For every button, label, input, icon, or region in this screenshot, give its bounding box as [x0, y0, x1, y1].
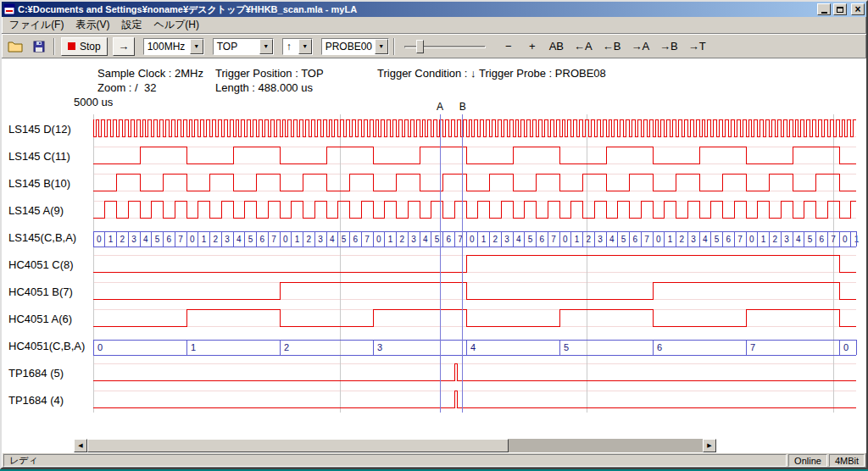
close-button[interactable]: × — [851, 3, 865, 15]
wave-hc4051-b-7 — [93, 282, 856, 299]
trigger-probe-select[interactable]: PROBE00 ▼ — [321, 38, 389, 55]
svg-text:6: 6 — [726, 235, 732, 244]
svg-text:1: 1 — [295, 235, 300, 244]
run-arrow-icon: → — [118, 40, 129, 53]
svg-text:5: 5 — [528, 235, 533, 244]
menu-file[interactable]: ファイル(F) — [3, 16, 70, 34]
svg-text:B: B — [459, 101, 466, 113]
wave-hc4051-c-8 — [93, 255, 856, 272]
scrollbar-thumb[interactable] — [87, 439, 509, 452]
svg-text:4: 4 — [796, 235, 801, 244]
minimize-button[interactable] — [817, 3, 831, 15]
open-button[interactable] — [5, 37, 25, 56]
svg-text:1: 1 — [191, 342, 196, 352]
svg-text:6: 6 — [353, 235, 359, 244]
svg-text:1: 1 — [575, 235, 580, 244]
chevron-down-icon[interactable]: ▼ — [298, 39, 312, 54]
zoom-slider[interactable] — [404, 38, 486, 55]
svg-text:7: 7 — [737, 235, 743, 244]
svg-text:4: 4 — [516, 235, 521, 244]
goto-marker-b-left-button[interactable]: ←B — [600, 38, 624, 55]
trigger-position-select[interactable]: TOP ▼ — [213, 38, 274, 55]
goto-trigger-button[interactable]: →T — [686, 38, 709, 55]
svg-text:5: 5 — [564, 342, 569, 352]
svg-text:3: 3 — [504, 235, 509, 244]
svg-text:4: 4 — [236, 235, 242, 244]
chevron-down-icon[interactable]: ▼ — [190, 39, 203, 54]
wave-ls145-d-12 — [93, 119, 856, 136]
svg-text:0: 0 — [843, 235, 848, 244]
svg-text:5: 5 — [342, 235, 347, 244]
goto-marker-a-left-button[interactable]: ←A — [571, 38, 595, 55]
wave-ls145-c-b-a: 0123456701234567012345670123456701234567… — [93, 231, 860, 247]
time-gridlines — [93, 114, 833, 413]
svg-text:6: 6 — [260, 235, 265, 244]
svg-text:5: 5 — [435, 235, 440, 244]
svg-text:7: 7 — [831, 235, 836, 244]
close-icon: × — [854, 4, 860, 14]
svg-text:1: 1 — [202, 235, 207, 244]
scroll-right-button[interactable]: ▶ — [703, 439, 716, 452]
zoom-out-button[interactable]: − — [499, 38, 518, 55]
svg-text:2: 2 — [120, 235, 125, 244]
svg-text:7: 7 — [364, 235, 370, 244]
stop-label: Stop — [80, 41, 101, 53]
status-online: Online — [788, 454, 827, 467]
status-bar: レディ Online 4MBit — [2, 452, 866, 468]
menu-settings[interactable]: 設定 — [115, 16, 147, 34]
window-title: C:¥Documents and Settings¥noname¥デスクトップ¥… — [18, 3, 815, 16]
run-button[interactable]: → — [113, 37, 135, 56]
wave-hc4051-a-6 — [93, 309, 856, 326]
svg-text:0: 0 — [843, 342, 849, 352]
chevron-down-icon[interactable]: ▼ — [259, 39, 273, 54]
svg-text:1: 1 — [388, 235, 393, 244]
menu-help[interactable]: ヘルプ(H) — [147, 16, 205, 34]
trigger-edge-value: ↑ — [283, 39, 298, 54]
svg-text:2: 2 — [773, 235, 778, 244]
title-bar[interactable]: C:¥Documents and Settings¥noname¥デスクトップ¥… — [2, 2, 866, 17]
horizontal-scrollbar[interactable]: ◀ ▶ — [74, 439, 716, 452]
svg-text:6: 6 — [167, 235, 172, 244]
ab-span-button[interactable]: AB — [547, 38, 566, 55]
svg-text:7: 7 — [750, 342, 755, 352]
trigger-edge-select[interactable]: ↑ ▼ — [282, 38, 313, 55]
svg-text:6: 6 — [540, 235, 545, 244]
svg-text:3: 3 — [131, 235, 136, 244]
svg-text:7: 7 — [551, 235, 556, 244]
svg-text:A: A — [437, 101, 443, 113]
svg-text:4: 4 — [423, 235, 428, 244]
maximize-button[interactable] — [833, 3, 847, 15]
menu-view[interactable]: 表示(V) — [70, 16, 115, 34]
svg-text:6: 6 — [820, 235, 825, 244]
scrollbar-track[interactable] — [87, 439, 703, 452]
cursor-markers[interactable]: AB — [437, 101, 466, 413]
status-message: レディ — [3, 454, 787, 467]
svg-text:5: 5 — [155, 235, 160, 244]
svg-text:2: 2 — [400, 235, 405, 244]
save-button[interactable] — [29, 37, 49, 56]
svg-text:7: 7 — [178, 235, 183, 244]
scroll-right-icon: ▶ — [707, 442, 711, 449]
wave-tp1684-5 — [93, 363, 856, 380]
open-folder-icon — [8, 41, 23, 53]
svg-text:1: 1 — [668, 235, 673, 244]
scroll-left-button[interactable]: ◀ — [74, 439, 87, 452]
svg-text:2: 2 — [284, 342, 289, 352]
stop-button[interactable]: Stop — [61, 37, 108, 56]
svg-text:4: 4 — [470, 342, 476, 352]
waveform-plot: 0123456701234567012345670123456701234567… — [2, 58, 860, 435]
goto-marker-b-right-button[interactable]: →B — [657, 38, 681, 55]
wave-hc4051-c-b-a: 012345670 — [93, 340, 856, 355]
svg-text:2: 2 — [307, 235, 312, 244]
svg-text:7: 7 — [271, 235, 276, 244]
svg-text:6: 6 — [657, 342, 662, 352]
goto-marker-a-right-button[interactable]: →A — [628, 38, 652, 55]
chevron-down-icon[interactable]: ▼ — [375, 39, 388, 54]
zoom-in-button[interactable]: + — [523, 38, 542, 55]
svg-text:0: 0 — [470, 235, 475, 244]
wave-ls145-a-9 — [93, 201, 856, 218]
svg-text:5: 5 — [715, 235, 720, 244]
sample-clock-select[interactable]: 100MHz ▼ — [143, 38, 204, 55]
slider-thumb[interactable] — [416, 40, 424, 53]
svg-text:5: 5 — [248, 235, 253, 244]
